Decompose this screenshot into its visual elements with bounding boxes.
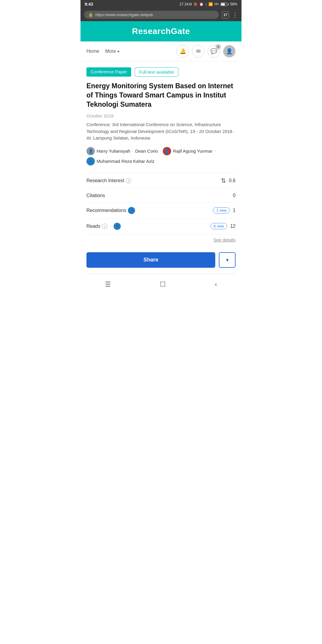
recommendations-avatar: 👤 bbox=[128, 207, 135, 214]
author-2[interactable]: Dean Corio bbox=[135, 148, 158, 154]
research-interest-label: Research Interest i bbox=[86, 178, 221, 183]
reads-label: Reads i · 👤 bbox=[86, 223, 210, 230]
signal-icon: ↕ bbox=[205, 2, 207, 6]
see-details-link[interactable]: See details bbox=[213, 237, 236, 242]
action-row: Share ▾ bbox=[80, 247, 242, 274]
network-bars-icon: 📶 bbox=[208, 2, 213, 6]
paper-date: October 2018 bbox=[86, 113, 236, 118]
paper-title: Energy Monitoring System Based on Intern… bbox=[86, 81, 236, 109]
author-separator-2: · bbox=[160, 148, 161, 154]
recommendations-value-area: 1 new 1 bbox=[213, 207, 236, 213]
site-title: ResearchGate bbox=[80, 27, 242, 36]
status-bar: 9:43 17,1K/d 🔕 ⏰ ↕ 📶 H+ 56% bbox=[80, 0, 242, 8]
reads-avatar: 👤 bbox=[114, 223, 121, 230]
author-4-name: Muhammad Reza Kahar Aziz bbox=[97, 159, 154, 164]
url-input[interactable]: 🔒 https://www.researchgate.net/pub bbox=[84, 11, 219, 19]
author-4[interactable]: 👤 Muhammad Reza Kahar Aziz bbox=[86, 157, 154, 165]
recommendations-new-badge[interactable]: 1 new bbox=[213, 207, 230, 213]
url-text: https://www.researchgate.net/pub bbox=[95, 13, 153, 17]
reads-new-badge[interactable]: 6 new bbox=[210, 223, 227, 229]
reads-info-icon[interactable]: i bbox=[102, 224, 107, 229]
messages-button[interactable]: ✉ bbox=[192, 45, 205, 58]
recommendations-value: 1 bbox=[233, 208, 236, 213]
nav-icons: 🔔 ✉ 💬 👤 bbox=[177, 45, 236, 58]
author-3-avatar: 👤 bbox=[163, 147, 171, 155]
paper-type-badge: Conference Paper bbox=[86, 67, 131, 77]
chevron-down-icon: ▾ bbox=[117, 49, 120, 54]
author-4-avatar: 👤 bbox=[86, 157, 95, 165]
share-button[interactable]: Share bbox=[86, 252, 215, 268]
time: 9:43 bbox=[85, 2, 93, 7]
stat-research-interest: Research Interest i ⇅ 0.6 bbox=[86, 173, 236, 189]
status-right: 17,1K/d 🔕 ⏰ ↕ 📶 H+ 56% bbox=[179, 2, 237, 6]
badge-row: Conference Paper Full-text available bbox=[86, 67, 236, 77]
recommendations-label: Recommendations 👤 bbox=[86, 207, 213, 214]
author-1-name: Harry Yuliansyah bbox=[97, 148, 130, 154]
author-4-avatar-img: 👤 bbox=[88, 159, 93, 164]
author-1-avatar: 👤 bbox=[86, 147, 95, 155]
share-dropdown-button[interactable]: ▾ bbox=[219, 252, 236, 268]
bottom-navigation: ☰ ☐ ‹ bbox=[80, 274, 242, 297]
nav-home[interactable]: Home bbox=[86, 49, 99, 54]
stat-citations: Citations 0 bbox=[86, 189, 236, 203]
user-avatar[interactable]: 👤 bbox=[223, 45, 236, 58]
stats-section: Research Interest i ⇅ 0.6 Citations 0 Re… bbox=[86, 173, 236, 234]
authors-row: 👤 Harry Yuliansyah · Dean Corio · 👤 Raji… bbox=[86, 147, 236, 165]
upload-icon: ⇅ bbox=[221, 177, 226, 184]
stat-reads: Reads i · 👤 6 new 12 bbox=[86, 219, 236, 234]
paper-conference: Conference: 3rd International Conference… bbox=[86, 121, 236, 142]
site-header: ResearchGate bbox=[80, 21, 242, 41]
citations-value: 0 bbox=[233, 193, 236, 198]
reads-value-area: 6 new 12 bbox=[210, 223, 236, 229]
author-3-name: Rajif Agung Yunmar bbox=[173, 148, 212, 154]
citations-label: Citations bbox=[86, 193, 233, 198]
author-1[interactable]: 👤 Harry Yuliansyah bbox=[86, 147, 130, 155]
battery-percent: 56% bbox=[230, 2, 237, 6]
lock-icon: 🔒 bbox=[88, 13, 93, 17]
url-bar: 🔒 https://www.researchgate.net/pub 17 ⋮ bbox=[80, 8, 242, 21]
research-interest-value: 0.6 bbox=[229, 178, 236, 183]
battery-icon bbox=[221, 3, 229, 6]
reads-separator: · bbox=[110, 224, 111, 229]
chevron-down-icon: ▾ bbox=[226, 257, 229, 263]
author-3-avatar-img: 👤 bbox=[164, 149, 169, 154]
network-type: H+ bbox=[214, 2, 219, 6]
nav-more-label: More bbox=[105, 49, 116, 54]
research-interest-info-icon[interactable]: i bbox=[126, 178, 131, 183]
stat-recommendations: Recommendations 👤 1 new 1 bbox=[86, 203, 236, 219]
comments-button[interactable]: 💬 bbox=[208, 45, 220, 58]
alarm-icon: ⏰ bbox=[199, 2, 204, 6]
reads-value: 12 bbox=[230, 224, 236, 229]
author-2-name: Dean Corio bbox=[135, 148, 158, 154]
author-separator-1: · bbox=[132, 148, 133, 154]
back-button[interactable]: ‹ bbox=[209, 278, 223, 291]
nav-more[interactable]: More ▾ bbox=[105, 49, 120, 54]
tab-count-button[interactable]: 17 bbox=[222, 11, 229, 18]
browser-more-button[interactable]: ⋮ bbox=[232, 11, 238, 18]
notifications-button[interactable]: 🔔 bbox=[177, 45, 189, 58]
author-3[interactable]: 👤 Rajif Agung Yunmar bbox=[163, 147, 212, 155]
network-speed: 17,1K/d bbox=[179, 2, 192, 6]
research-interest-value-area: ⇅ 0.6 bbox=[221, 177, 236, 184]
citations-value-area: 0 bbox=[233, 193, 236, 198]
menu-button[interactable]: ☰ bbox=[99, 278, 117, 291]
author-separator-3: · bbox=[214, 148, 215, 154]
home-square-button[interactable]: ☐ bbox=[154, 278, 172, 291]
mute-icon: 🔕 bbox=[193, 2, 198, 6]
fulltext-badge[interactable]: Full-text available bbox=[135, 67, 179, 77]
see-details-row: See details bbox=[86, 234, 236, 247]
navigation-bar: Home More ▾ 🔔 ✉ 💬 👤 bbox=[80, 41, 242, 61]
main-content: Conference Paper Full-text available Ene… bbox=[80, 61, 242, 247]
person-icon: 👤 bbox=[88, 149, 93, 154]
